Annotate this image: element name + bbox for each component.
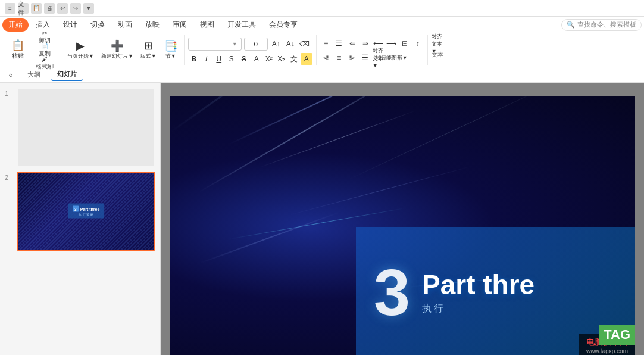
bullets-button[interactable]: ≡	[320, 38, 332, 49]
copy-button[interactable]: 📄 复制	[32, 44, 57, 56]
thumb-num-badge: 3	[73, 206, 79, 212]
tab-transition[interactable]: 切换	[85, 17, 111, 33]
bold-button[interactable]: B	[188, 53, 200, 65]
format-painter-icon: 🖌	[42, 56, 48, 63]
current-slide-label: 当页开始▼	[67, 52, 94, 60]
search-placeholder: 查找命令、搜索模板	[577, 20, 636, 29]
underline-button[interactable]: U	[213, 53, 225, 65]
numbering-button[interactable]: ☰	[333, 38, 345, 49]
subscript-button[interactable]: X₂	[276, 53, 287, 65]
text-group: 对齐文本▼ 文本	[428, 35, 447, 65]
dropdown-icon[interactable]: ▼	[83, 3, 94, 14]
cut-icon: ✂	[42, 30, 47, 36]
increase-font-button[interactable]: A↑	[270, 38, 282, 50]
font-group: ▼ 0 A↑ A↓ ⌫ B I U S S A X² X₂ 文 A	[185, 35, 317, 65]
layout-icon: ⊞	[144, 41, 153, 51]
format-buttons: B I U S S A X² X₂ 文 A	[188, 53, 312, 65]
align-left-button[interactable]: ⫷	[320, 52, 332, 64]
tab-review[interactable]: 审阅	[167, 17, 193, 33]
tab-dev[interactable]: 开发工具	[221, 17, 262, 33]
thumb-part-title: Part three	[80, 207, 100, 211]
format-painter-button[interactable]: 🖌 格式刷	[32, 57, 57, 69]
font-name-selector[interactable]: ▼	[188, 38, 242, 51]
superscript-button[interactable]: X²	[263, 53, 275, 65]
view-bar: « 大纲 幻灯片	[0, 67, 644, 83]
tab-design[interactable]: 设计	[57, 17, 83, 33]
tab-member[interactable]: 会员专享	[263, 17, 304, 33]
slide-icon: ▶	[76, 41, 85, 51]
cut-button[interactable]: ✂ 剪切	[32, 31, 57, 43]
increase-indent-button[interactable]: ⇒	[359, 38, 371, 49]
slide-big-number: 3	[374, 260, 410, 325]
text-label: 文本	[432, 51, 443, 59]
layout-button[interactable]: ⊞ 版式▼	[138, 37, 159, 63]
convert-smartart-button[interactable]: 转智能图形▼	[386, 52, 398, 64]
strikethrough-button[interactable]: S	[238, 53, 250, 65]
align-text2-button[interactable]: 对齐文本▼	[432, 38, 443, 49]
file-label[interactable]: 文件	[18, 3, 29, 14]
slide-thumbnail-2[interactable]: 3 Part three 执 行 策 略	[17, 172, 155, 251]
current-slide-button[interactable]: ▶ 当页开始▼	[65, 37, 96, 63]
ribbon: 开始 插入 设计 切换 动画 放映 审阅 视图 开发工具 会员专享 🔍 查找命令…	[0, 17, 644, 67]
font-size-value: 0	[254, 41, 258, 48]
italic-button[interactable]: I	[201, 53, 212, 65]
title-bar: ≡ 文件 📋 🖨 ↩ ↪ ▼	[0, 0, 644, 17]
slide-group: ▶ 当页开始▼ ➕ 新建幻灯片▼ ⊞ 版式▼ 📑 节▼	[61, 35, 185, 65]
ribbon-search[interactable]: 🔍 查找命令、搜索模板	[561, 19, 642, 31]
align-right-button[interactable]: ⫸	[346, 52, 358, 64]
tab-view[interactable]: 视图	[194, 17, 220, 33]
ribbon-tabs: 开始 插入 设计 切换 动画 放映 审阅 视图 开发工具 会员专享 🔍 查找命令…	[0, 17, 644, 33]
section-icon: 📑	[164, 41, 177, 51]
char-spacing-button[interactable]: 文	[288, 53, 300, 65]
decrease-font-button[interactable]: A↓	[285, 38, 296, 50]
tab-slideshow[interactable]: 放映	[139, 17, 165, 33]
part-text-block: Part thre 执 行	[422, 270, 534, 315]
section-button[interactable]: 📑 节▼	[161, 37, 180, 63]
justify-button[interactable]: ☰	[359, 52, 371, 64]
outline-view-button[interactable]: 大纲	[21, 69, 46, 80]
copy-icon: 📄	[41, 43, 48, 49]
slide-num-2: 2	[5, 172, 13, 181]
ltr-button[interactable]: ⟶	[386, 38, 398, 49]
slides-view-button[interactable]: 幻灯片	[51, 68, 83, 81]
font-color-button[interactable]: A	[251, 53, 262, 65]
shadow-button[interactable]: S	[226, 53, 237, 65]
decrease-indent-button[interactable]: ⇐	[346, 38, 358, 49]
part-subtitle: 执 行	[422, 303, 534, 315]
slide-thumb-2[interactable]: 2 3 Part three 执 行 策 略	[5, 172, 155, 251]
slide-blank-content	[18, 89, 154, 166]
paste-label: 粘贴	[12, 52, 24, 60]
part-title: Part thre	[422, 270, 534, 300]
view-nav-left[interactable]: «	[5, 69, 17, 81]
ribbon-toolbar: 📋 粘贴 ✂ 剪切 📄 复制 🖌 格式刷 ▶	[0, 33, 644, 67]
print-icon[interactable]: 🖨	[44, 3, 55, 14]
align-center-button[interactable]: ≡	[333, 52, 345, 64]
slide-canvas[interactable]: 3 Part thre 执 行 电脑技术网 www.tagxp.com TAG	[170, 96, 635, 355]
line-spacing-button[interactable]: ↕	[412, 38, 424, 49]
paste-button[interactable]: 📋 粘贴	[6, 37, 30, 63]
slide-thumb-1[interactable]: 1	[5, 88, 155, 167]
tab-home[interactable]: 开始	[2, 18, 29, 32]
watermark-url: www.tagxp.com	[586, 348, 628, 354]
section-label: 节▼	[165, 52, 176, 60]
slide-num-1: 1	[5, 88, 13, 97]
highlight-button[interactable]: A	[301, 53, 312, 65]
canvas-area: 3 Part thre 执 行 电脑技术网 www.tagxp.com TAG	[161, 83, 644, 355]
tab-animation[interactable]: 动画	[112, 17, 138, 33]
columns-button[interactable]: ⊟	[399, 38, 411, 49]
redo-icon[interactable]: ↪	[70, 3, 81, 14]
menu-icon[interactable]: ≡	[5, 3, 15, 14]
clipboard-icon[interactable]: 📋	[31, 3, 42, 14]
font-size-selector[interactable]: 0	[244, 38, 268, 51]
new-slide-icon: ➕	[111, 41, 124, 51]
thumb-sub-text: 执 行 策 略	[73, 213, 100, 216]
slide-thumbnail-1[interactable]	[17, 88, 155, 167]
paste-group: 📋 粘贴 ✂ 剪切 📄 复制 🖌 格式刷	[2, 35, 61, 65]
paste-icon: 📋	[11, 40, 24, 51]
slide-2-preview: 3 Part three 执 行 策 略	[18, 173, 154, 250]
watermark-tag: TAG	[599, 325, 635, 345]
thumb-content-box: 3 Part three 执 行 策 略	[68, 204, 105, 219]
undo-icon[interactable]: ↩	[57, 3, 68, 14]
clear-format-button[interactable]: ⌫	[299, 38, 311, 50]
new-slide-button[interactable]: ➕ 新建幻灯片▼	[99, 37, 136, 63]
